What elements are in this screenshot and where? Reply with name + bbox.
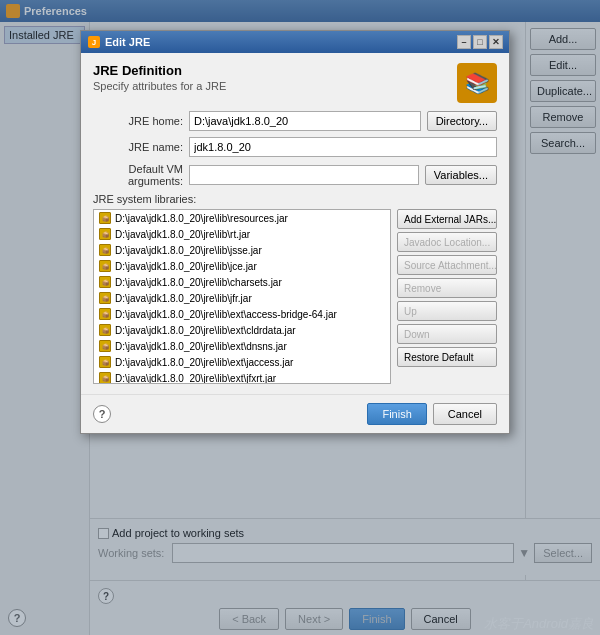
libraries-container: 📦 D:\java\jdk1.8.0_20\jre\lib\resources.… [93,209,497,384]
jar-icon: 📦 [98,243,112,257]
dialog-body: JRE Definition Specify attributes for a … [81,53,509,394]
jar-icon: 📦 [98,291,112,305]
variables-button[interactable]: Variables... [425,165,497,185]
jar-icon: 📦 [98,227,112,241]
jre-home-input[interactable] [189,111,421,131]
jre-name-input[interactable] [189,137,497,157]
default-vm-label: Default VM arguments: [93,163,183,187]
jar-icon: 📦 [98,307,112,321]
remove-lib-button[interactable]: Remove [397,278,497,298]
default-vm-row: Default VM arguments: Variables... [93,163,497,187]
list-item[interactable]: 📦 D:\java\jdk1.8.0_20\jre\lib\rt.jar [94,226,390,242]
add-external-jars-button[interactable]: Add External JARs... [397,209,497,229]
jar-icon: 📦 [98,339,112,353]
list-item[interactable]: 📦 D:\java\jdk1.8.0_20\jre\lib\ext\cldrda… [94,322,390,338]
jar-icon: 📦 [98,275,112,289]
list-item[interactable]: 📦 D:\java\jdk1.8.0_20\jre\lib\ext\jfxrt.… [94,370,390,384]
edit-jre-dialog: J Edit JRE – □ ✕ JRE Definition Specify … [80,30,510,434]
cancel-button[interactable]: Cancel [433,403,497,425]
dialog-titlebar-icon: J [87,35,101,49]
list-item[interactable]: 📦 D:\java\jdk1.8.0_20\jre\lib\ext\access… [94,306,390,322]
dialog-main-title: JRE Definition [93,63,457,78]
dialog-titlebar: J Edit JRE – □ ✕ [81,31,509,53]
dialog-title-text: JRE Definition Specify attributes for a … [93,63,457,92]
list-item[interactable]: 📦 D:\java\jdk1.8.0_20\jre\lib\jce.jar [94,258,390,274]
lib-buttons-panel: Add External JARs... Javadoc Location...… [397,209,497,384]
list-item[interactable]: 📦 D:\java\jdk1.8.0_20\jre\lib\charsets.j… [94,274,390,290]
dialog-title: Edit JRE [105,36,150,48]
list-item[interactable]: 📦 D:\java\jdk1.8.0_20\jre\lib\ext\dnsns.… [94,338,390,354]
jre-name-row: JRE name: [93,137,497,157]
list-item[interactable]: 📦 D:\java\jdk1.8.0_20\jre\lib\resources.… [94,210,390,226]
restore-default-button[interactable]: Restore Default [397,347,497,367]
up-button[interactable]: Up [397,301,497,321]
jre-home-label: JRE home: [93,115,183,127]
titlebar-controls: – □ ✕ [457,35,503,49]
jar-icon: 📦 [98,371,112,384]
dialog-footer: ? Finish Cancel [81,394,509,433]
close-button[interactable]: ✕ [489,35,503,49]
jar-icon: 📦 [98,211,112,225]
jar-icon: 📦 [98,259,112,273]
minimize-button[interactable]: – [457,35,471,49]
dialog-help-button[interactable]: ? [93,405,111,423]
default-vm-input[interactable] [189,165,419,185]
list-item[interactable]: 📦 D:\java\jdk1.8.0_20\jre\lib\ext\jacces… [94,354,390,370]
maximize-button[interactable]: □ [473,35,487,49]
down-button[interactable]: Down [397,324,497,344]
list-item[interactable]: 📦 D:\java\jdk1.8.0_20\jre\lib\jsse.jar [94,242,390,258]
libraries-list[interactable]: 📦 D:\java\jdk1.8.0_20\jre\lib\resources.… [93,209,391,384]
list-item[interactable]: 📦 D:\java\jdk1.8.0_20\jre\lib\jfr.jar [94,290,390,306]
javadoc-location-button[interactable]: Javadoc Location... [397,232,497,252]
jre-icon: 📚 [457,63,497,103]
jar-icon: 📦 [98,355,112,369]
directory-button[interactable]: Directory... [427,111,497,131]
jre-name-label: JRE name: [93,141,183,153]
svg-text:J: J [92,38,96,47]
jre-home-row: JRE home: Directory... [93,111,497,131]
jar-icon: 📦 [98,323,112,337]
libraries-section-label: JRE system libraries: [93,193,497,205]
finish-button[interactable]: Finish [367,403,426,425]
dialog-sub-title: Specify attributes for a JRE [93,80,457,92]
dialog-header-row: JRE Definition Specify attributes for a … [93,63,497,103]
source-attachment-button[interactable]: Source Attachment... [397,255,497,275]
